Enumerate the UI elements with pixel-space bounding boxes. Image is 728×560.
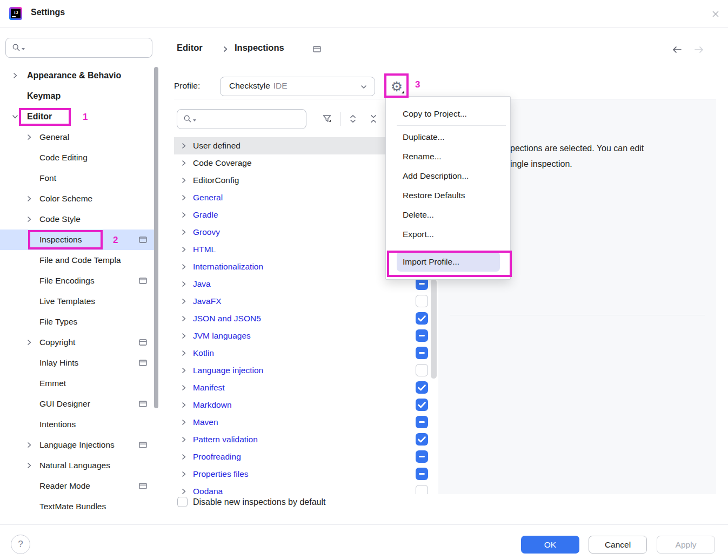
settings-search-input[interactable] (5, 38, 152, 58)
tree-scrollbar[interactable] (431, 279, 437, 379)
chevron-right-icon[interactable] (179, 366, 188, 375)
inspection-group-checkbox[interactable] (416, 399, 428, 411)
chevron-right-icon[interactable] (179, 383, 188, 392)
chevron-right-icon[interactable] (179, 332, 188, 340)
chevron-right-icon[interactable] (25, 133, 34, 141)
sidebar-item-keymap[interactable]: Keymap (0, 86, 160, 106)
tree-group-language-injection[interactable]: Language injection (174, 362, 438, 379)
tree-group-proofreading[interactable]: Proofreading (174, 448, 438, 465)
sidebar-item-file-and-code-templa[interactable]: File and Code Templa (0, 250, 160, 271)
disable-new-inspections-checkbox[interactable] (177, 497, 188, 507)
chevron-right-icon[interactable] (179, 211, 188, 219)
sidebar-item-live-templates[interactable]: Live Templates (0, 291, 160, 312)
profile-actions-gear-icon[interactable]: ⚙ (387, 77, 406, 96)
sidebar-item-natural-languages[interactable]: Natural Languages (0, 455, 160, 476)
menu-item-rename[interactable]: Rename... (386, 147, 510, 166)
chevron-right-icon[interactable] (25, 441, 34, 449)
sidebar-item-appearance-behavio[interactable]: Appearance & Behavio (0, 65, 160, 86)
cancel-button[interactable]: Cancel (589, 536, 647, 554)
chevron-right-icon[interactable] (179, 159, 188, 167)
sidebar-item-color-scheme[interactable]: Color Scheme (0, 188, 160, 209)
back-arrow-icon[interactable] (671, 43, 684, 56)
chevron-right-icon[interactable] (179, 141, 188, 150)
chevron-right-icon[interactable] (179, 487, 188, 494)
menu-item-duplicate[interactable]: Duplicate... (386, 127, 510, 147)
inspection-group-checkbox[interactable] (416, 312, 428, 325)
tree-group-javafx[interactable]: JavaFX (174, 293, 438, 310)
chevron-right-icon[interactable] (179, 314, 188, 323)
chevron-right-icon[interactable] (25, 461, 34, 470)
inspection-group-checkbox[interactable] (416, 381, 428, 394)
tree-group-markdown[interactable]: Markdown (174, 396, 438, 414)
chevron-right-icon[interactable] (179, 280, 188, 288)
help-button[interactable]: ? (11, 535, 30, 554)
chevron-right-icon[interactable] (179, 453, 188, 461)
close-icon[interactable] (709, 7, 723, 21)
inspection-group-checkbox[interactable] (416, 485, 428, 494)
chevron-right-icon[interactable] (179, 245, 188, 254)
sidebar-item-inlay-hints[interactable]: Inlay Hints (0, 353, 160, 373)
profile-select[interactable]: CheckstyleIDE (220, 77, 375, 96)
chevron-right-icon[interactable] (179, 228, 188, 237)
inspection-group-checkbox[interactable] (416, 329, 428, 342)
breadcrumb-editor[interactable]: Editor (177, 43, 203, 53)
chevron-down-icon[interactable] (11, 112, 19, 121)
chevron-right-icon[interactable] (179, 401, 188, 409)
tree-group-maven[interactable]: Maven (174, 414, 438, 431)
filter-icon[interactable] (320, 112, 334, 126)
chevron-right-icon[interactable] (179, 193, 188, 202)
sidebar-item-emmet[interactable]: Emmet (0, 373, 160, 394)
sidebar-scrollbar[interactable] (154, 67, 158, 408)
inspection-group-checkbox[interactable] (416, 416, 428, 428)
sidebar-item-code-style[interactable]: Code Style (0, 209, 160, 230)
ok-button[interactable]: OK (521, 536, 579, 554)
sidebar-item-language-injections[interactable]: Language Injections (0, 435, 160, 455)
sidebar-item-inspections[interactable]: Inspections (0, 230, 160, 250)
sidebar-item-font[interactable]: Font (0, 168, 160, 188)
sidebar-item-general[interactable]: General (0, 127, 160, 147)
inspection-group-checkbox[interactable] (416, 433, 428, 446)
sidebar-item-file-types[interactable]: File Types (0, 312, 160, 332)
tree-group-kotlin[interactable]: Kotlin (174, 345, 438, 362)
tree-group-pattern-validation[interactable]: Pattern validation (174, 431, 438, 448)
sidebar-item-reader-mode[interactable]: Reader Mode (0, 476, 160, 496)
chevron-right-icon[interactable] (25, 215, 34, 224)
chevron-right-icon[interactable] (179, 435, 188, 444)
menu-item-export[interactable]: Export... (386, 225, 510, 244)
tree-group-jvm-languages[interactable]: JVM languages (174, 327, 438, 345)
chevron-right-icon[interactable] (25, 194, 34, 203)
chevron-right-icon[interactable] (179, 470, 188, 478)
chevron-right-icon[interactable] (179, 262, 188, 271)
chevron-right-icon[interactable] (179, 176, 188, 185)
sidebar-item-gui-designer[interactable]: GUI Designer (0, 394, 160, 414)
inspection-group-checkbox[interactable] (416, 295, 428, 307)
menu-item-add-description[interactable]: Add Description... (386, 166, 510, 186)
inspections-search-input[interactable] (177, 109, 306, 129)
collapse-all-icon[interactable] (366, 112, 380, 126)
chevron-right-icon[interactable] (179, 349, 188, 357)
chevron-right-icon[interactable] (179, 418, 188, 427)
forward-arrow-icon[interactable] (692, 43, 705, 56)
expand-all-icon[interactable] (346, 112, 360, 126)
sidebar-item-todo[interactable]: TODO (0, 517, 160, 524)
tree-group-properties-files[interactable]: Properties files (174, 465, 438, 483)
sidebar-item-editor[interactable]: Editor (0, 106, 160, 127)
menu-item-delete[interactable]: Delete... (386, 205, 510, 225)
tree-group-qodana[interactable]: Qodana (174, 483, 438, 494)
chevron-right-icon[interactable] (11, 71, 19, 80)
menu-item-restore-defaults[interactable]: Restore Defaults (386, 186, 510, 205)
menu-item-copy-to-project[interactable]: Copy to Project... (386, 104, 510, 124)
sidebar-item-file-encodings[interactable]: File Encodings (0, 271, 160, 291)
sidebar-item-copyright[interactable]: Copyright (0, 332, 160, 353)
sidebar-item-intentions[interactable]: Intentions (0, 414, 160, 435)
chevron-right-icon[interactable] (179, 297, 188, 306)
chevron-right-icon[interactable] (25, 338, 34, 347)
inspection-group-checkbox[interactable] (416, 347, 428, 359)
inspection-group-checkbox[interactable] (416, 468, 428, 480)
menu-item-import-profile[interactable]: Import Profile... (397, 252, 500, 272)
inspection-group-checkbox[interactable] (416, 450, 428, 463)
sidebar-item-textmate-bundles[interactable]: TextMate Bundles (0, 496, 160, 517)
inspection-group-checkbox[interactable] (416, 364, 428, 376)
sidebar-item-code-editing[interactable]: Code Editing (0, 147, 160, 168)
tree-group-manifest[interactable]: Manifest (174, 379, 438, 396)
